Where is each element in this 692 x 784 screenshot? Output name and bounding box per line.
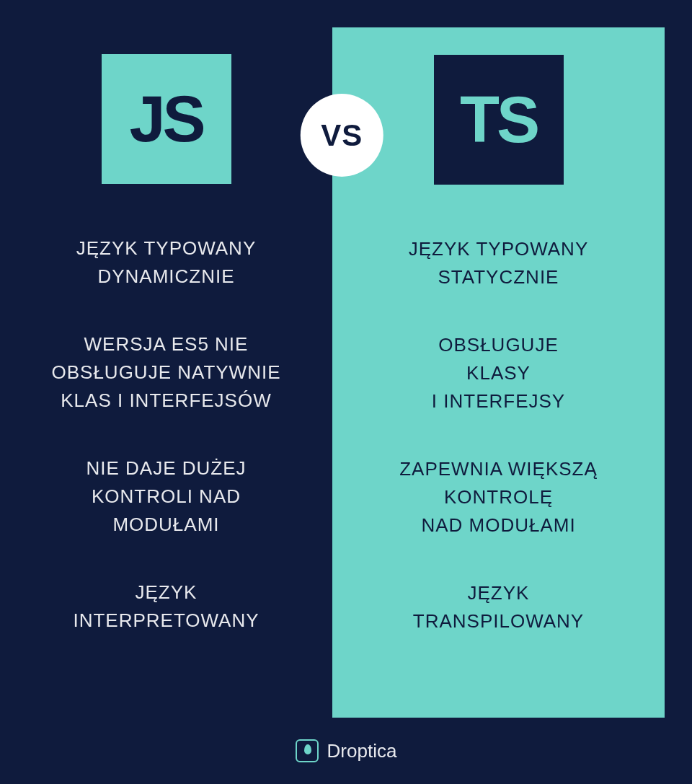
js-logo-text: JS (129, 82, 203, 157)
droptica-logo-icon (296, 739, 319, 762)
js-feature-0: JĘZYK TYPOWANY DYNAMICZNIE (76, 234, 257, 291)
vs-badge: VS (301, 94, 383, 177)
ts-feature-3: JĘZYK TRANSPILOWANY (413, 579, 584, 635)
js-feature-1: WERSJA ES5 NIE OBSŁUGUJE NATYWNIE KLAS I… (51, 330, 280, 415)
column-js: JS JĘZYK TYPOWANY DYNAMICZNIE WERSJA ES5… (0, 0, 332, 718)
footer-brand: Droptica (327, 740, 397, 762)
js-logo-box: JS (102, 54, 231, 184)
ts-feature-1: OBSŁUGUJE KLASY I INTERFEJSY (432, 331, 565, 415)
ts-logo-text: TS (460, 83, 537, 157)
ts-feature-2: ZAPEWNIA WIĘKSZĄ KONTROLĘ NAD MODUŁAMI (399, 455, 598, 539)
ts-feature-0: JĘZYK TYPOWANY STATYCZNIE (409, 235, 589, 291)
js-feature-2: NIE DAJE DUŻEJ KONTROLI NAD MODUŁAMI (86, 454, 246, 539)
vs-text: VS (321, 118, 363, 153)
js-feature-3: JĘZYK INTERPRETOWANY (73, 578, 259, 635)
ts-logo-box: TS (434, 55, 564, 185)
footer: Droptica (0, 739, 692, 762)
